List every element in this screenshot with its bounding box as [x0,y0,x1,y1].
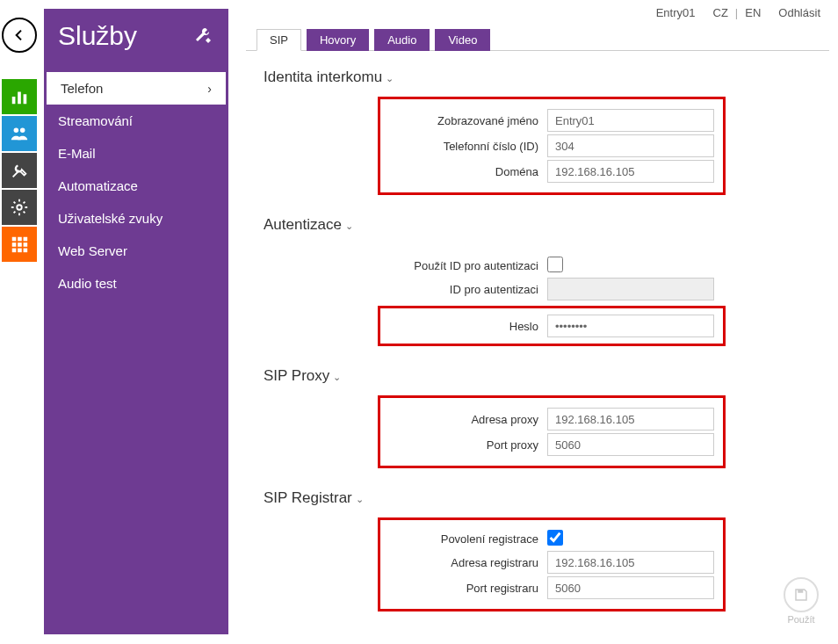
svg-rect-14 [24,249,28,253]
tools-icon [193,25,214,47]
logout-link[interactable]: Odhlásit [778,6,820,19]
sidebar-item-label: E-Mail [58,146,96,161]
tab-audio[interactable]: Audio [374,29,430,51]
sidebar: Služby Telefon › Streamování E-Mail Auto… [44,9,228,634]
reg-port-label: Port registraru [389,582,547,595]
reg-enable-checkbox[interactable] [547,530,563,546]
apply-label: Použít [787,614,814,625]
sidebar-item-streamovani[interactable]: Streamování [44,105,228,137]
lang-cz[interactable]: CZ [713,6,728,19]
display-name-label: Zobrazované jméno [389,114,547,127]
back-button[interactable] [2,18,37,53]
auth-password-block: Heslo [378,306,726,346]
sidebar-item-webserver[interactable]: Web Server [44,235,228,267]
svg-rect-10 [18,242,22,247]
apply-circle [784,577,819,612]
bar-chart-icon [10,87,29,106]
sidebar-item-zvuky[interactable]: Uživatelské zvuky [44,202,228,235]
proxy-addr-input[interactable] [547,408,714,431]
tab-label: Hovory [320,33,356,47]
section-title-text: Identita interkomu [264,69,382,85]
users-icon [10,124,29,143]
svg-point-3 [14,128,18,134]
sidebar-menu: Telefon › Streamování E-Mail Automatizac… [44,72,228,300]
tools-icon [10,161,29,180]
section-title-text: SIP Registrar [264,489,352,506]
section-title[interactable]: Identita interkomu⌄ [264,69,829,86]
auth-id-input [547,278,714,300]
rail-apps-button[interactable] [2,227,37,262]
section-title[interactable]: SIP Registrar⌄ [264,489,829,507]
sidebar-item-label: Uživatelské zvuky [58,211,163,226]
arrow-left-icon [12,28,26,42]
reg-port-input[interactable] [547,576,714,599]
sidebar-item-email[interactable]: E-Mail [44,137,228,170]
sidebar-header: Služby [44,9,228,72]
section-proxy: SIP Proxy⌄ Adresa proxy Port proxy [264,367,829,468]
section-auth: Autentizace⌄ Použít ID pro autentizaci I… [264,216,829,346]
icon-rail [2,18,39,262]
section-title-text: SIP Proxy [264,367,329,384]
rail-users-button[interactable] [2,116,37,151]
svg-rect-1 [18,92,21,105]
tab-label: Video [448,33,477,47]
form-sections: Identita interkomu⌄ Zobrazované jméno Te… [246,51,829,611]
sidebar-item-audiotest[interactable]: Audio test [44,267,228,300]
svg-rect-12 [12,249,17,253]
proxy-port-input[interactable] [547,433,714,456]
identity-fields: Zobrazované jméno Telefonní číslo (ID) D… [378,97,726,195]
sidebar-item-label: Streamování [58,113,133,128]
device-name: Entry01 [656,6,696,19]
sidebar-item-automatizace[interactable]: Automatizace [44,170,228,202]
tab-sip[interactable]: SIP [256,29,301,51]
section-identity: Identita interkomu⌄ Zobrazované jméno Te… [264,69,829,195]
password-input[interactable] [547,315,714,337]
rail-status-button[interactable] [2,79,37,114]
phone-id-label: Telefonní číslo (ID) [389,140,547,153]
save-icon [793,587,809,603]
proxy-port-label: Port proxy [389,438,547,452]
tab-video[interactable]: Video [435,29,490,51]
use-id-checkbox[interactable] [547,257,563,272]
sidebar-item-label: Automatizace [58,178,138,193]
section-title[interactable]: SIP Proxy⌄ [264,367,829,385]
sidebar-item-telefon[interactable]: Telefon › [47,72,226,105]
tab-label: SIP [270,33,288,47]
svg-rect-8 [24,237,28,242]
tab-label: Audio [387,33,416,47]
rail-settings-button[interactable] [2,190,37,225]
reg-addr-input[interactable] [547,551,714,574]
auth-fields-top: Použít ID pro autentizaci ID pro autenti… [378,244,726,306]
svg-rect-2 [24,94,27,104]
tab-hovory[interactable]: Hovory [307,29,369,51]
main-content: SIP Hovory Audio Video Identita interkom… [246,28,829,644]
chevron-down-icon: ⌄ [345,221,353,231]
lang-en[interactable]: EN [745,6,761,19]
tabs: SIP Hovory Audio Video [246,28,829,51]
proxy-fields: Adresa proxy Port proxy [378,395,726,468]
topbar: Entry01 CZ | EN Odhlásit [639,0,838,25]
svg-rect-11 [24,242,28,247]
phone-id-input[interactable] [547,134,714,157]
domain-input[interactable] [547,160,714,183]
sidebar-title: Služby [58,21,137,51]
svg-rect-0 [12,97,16,104]
password-label: Heslo [389,320,547,333]
display-name-input[interactable] [547,109,714,132]
apply-button[interactable]: Použít [784,577,819,625]
gear-icon [10,198,29,217]
sidebar-item-label: Audio test [58,276,117,291]
sidebar-item-label: Telefon [61,81,103,96]
svg-rect-13 [18,249,22,253]
reg-enable-label: Povolení registrace [389,532,547,546]
svg-point-4 [20,128,25,134]
registrar-fields: Povolení registrace Adresa registraru Po… [378,517,726,611]
svg-rect-9 [12,242,17,247]
lang-separator: | [735,6,738,19]
chevron-down-icon: ⌄ [356,494,364,504]
auth-id-label: ID pro autentizaci [389,283,547,296]
chevron-down-icon: ⌄ [386,73,394,83]
section-registrar: SIP Registrar⌄ Povolení registrace Adres… [264,489,829,611]
section-title[interactable]: Autentizace⌄ [264,216,829,234]
rail-tools-button[interactable] [2,153,37,188]
